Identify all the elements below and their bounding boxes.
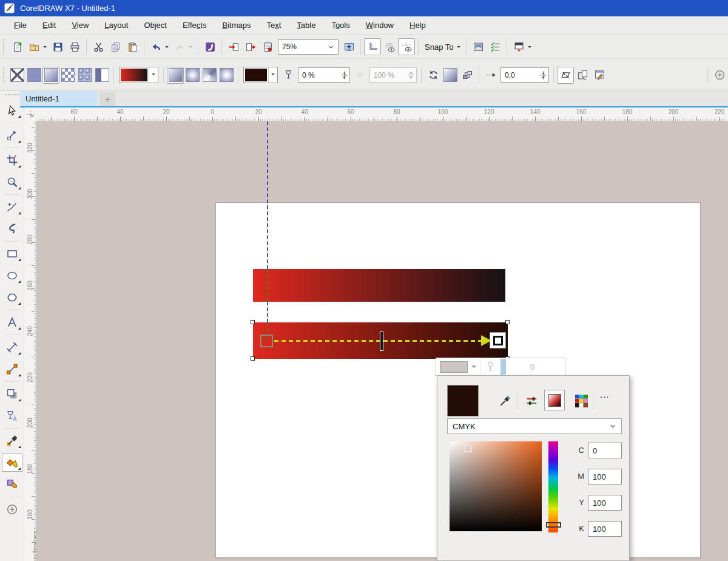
rectangular-fountain-fill-button[interactable] <box>218 67 235 84</box>
zoom-tool[interactable] <box>2 173 22 191</box>
new-tab-button[interactable] <box>99 92 115 106</box>
chevron-down-icon[interactable] <box>149 67 158 83</box>
elliptical-fountain-fill-button[interactable] <box>184 67 201 84</box>
chevron-down-icon[interactable] <box>471 365 476 370</box>
parallel-dimension-tool[interactable] <box>2 338 22 356</box>
color-eyedropper-tool[interactable] <box>2 432 22 450</box>
horizontal-ruler[interactable]: 604020020406080100120140160180200220 <box>36 107 728 121</box>
cut-button[interactable] <box>90 38 107 55</box>
menu-text[interactable]: Text <box>258 18 289 32</box>
search-content-button[interactable] <box>201 38 218 55</box>
customize-button[interactable] <box>487 38 504 55</box>
edit-fill-button[interactable] <box>591 67 608 84</box>
vertical-ruler[interactable]: 320300280260240220200180160millimeters <box>24 121 36 561</box>
ruler-origin-button[interactable] <box>24 107 36 121</box>
chevron-down-icon[interactable] <box>165 46 169 50</box>
guideline-segment[interactable] <box>267 302 268 322</box>
copy-button[interactable] <box>107 38 124 55</box>
guideline-segment[interactable] <box>267 269 268 302</box>
snap-to-button[interactable]: Snap To <box>422 40 456 54</box>
polygon-tool[interactable] <box>2 288 22 307</box>
menu-effects[interactable]: Effects <box>175 18 215 32</box>
channel-value-field[interactable]: 100 <box>588 469 622 484</box>
conical-fountain-fill-button[interactable] <box>201 67 218 84</box>
zoom-level-combo[interactable]: 75% <box>278 39 339 55</box>
menu-view[interactable]: View <box>64 18 96 32</box>
repeat-mirror-button[interactable] <box>425 67 442 84</box>
menu-file[interactable]: File <box>6 18 35 32</box>
shape-tool[interactable] <box>2 126 22 144</box>
chevron-down-icon[interactable] <box>189 46 192 50</box>
quick-customize-button[interactable] <box>711 67 728 84</box>
interactive-fill-tool[interactable] <box>2 454 22 472</box>
channel-value-field[interactable]: 0 <box>588 443 622 458</box>
guideline-segment[interactable] <box>267 121 268 269</box>
new-document-button[interactable] <box>8 38 25 55</box>
fill-winding-button[interactable] <box>442 67 459 84</box>
application-launcher-button[interactable] <box>510 38 527 55</box>
crop-tool[interactable] <box>2 151 22 169</box>
chevron-down-icon[interactable] <box>528 46 531 50</box>
fountain-fill-button[interactable] <box>42 67 59 84</box>
selection-handle-top-left[interactable] <box>251 320 255 324</box>
node-color-swatch-button[interactable] <box>440 361 468 373</box>
color-palettes-icon[interactable] <box>572 392 590 410</box>
artistic-media-tool[interactable] <box>2 220 22 238</box>
chevron-down-icon[interactable] <box>457 46 460 50</box>
node-transparency-slider[interactable] <box>500 359 506 375</box>
pattern-fill-button[interactable] <box>59 67 76 84</box>
rectangle-tool[interactable] <box>2 245 22 263</box>
document-tab-untitled-1[interactable]: Untitled-1 <box>20 91 98 106</box>
fountain-fill-start-node[interactable] <box>260 335 273 347</box>
color-sliders-icon[interactable] <box>522 392 541 410</box>
color-viewers-icon[interactable] <box>544 390 565 410</box>
menu-tools[interactable]: Tools <box>323 18 357 32</box>
postscript-fill-button[interactable] <box>93 67 110 84</box>
eyedropper-icon[interactable] <box>496 392 514 410</box>
undo-button[interactable] <box>147 38 164 55</box>
smart-fill-tool[interactable] <box>2 475 22 494</box>
fountain-fill-vector-line[interactable] <box>274 340 481 342</box>
import-button[interactable] <box>225 38 242 55</box>
save-button[interactable] <box>49 38 66 55</box>
ellipse-tool[interactable] <box>2 267 22 285</box>
node-color-picker[interactable] <box>243 67 278 83</box>
menu-help[interactable]: Help <box>402 18 434 32</box>
freehand-tool[interactable] <box>2 198 22 216</box>
transparency-tool[interactable] <box>2 407 22 425</box>
pick-tool[interactable] <box>2 101 22 120</box>
node-transparency-value[interactable]: 0 <box>530 362 534 372</box>
selection-handle-bottom-left[interactable] <box>251 356 255 361</box>
show-rulers-button[interactable] <box>364 38 381 55</box>
show-guidelines-button[interactable] <box>398 38 415 55</box>
menu-object[interactable]: Object <box>136 18 175 32</box>
uniform-fill-button[interactable] <box>25 67 42 84</box>
toolbox-drag-handle[interactable] <box>5 94 19 98</box>
channel-value-field[interactable]: 100 <box>588 495 622 511</box>
node-transparency-spinner[interactable]: 0 % <box>298 67 350 83</box>
channel-value-field[interactable]: 100 <box>588 521 622 537</box>
acceleration-spinner[interactable]: 0,0 <box>500 67 549 83</box>
fill-picker[interactable] <box>119 67 158 83</box>
selection-handle-top-right[interactable] <box>505 320 510 324</box>
menu-table[interactable]: Table <box>289 18 323 32</box>
text-tool[interactable] <box>2 313 22 332</box>
toolbar-drag-handle[interactable] <box>3 67 5 83</box>
more-options-button[interactable]: ... <box>600 389 610 399</box>
no-fill-button[interactable] <box>8 67 25 84</box>
gradient-rectangle-top[interactable] <box>253 269 505 302</box>
customize-toolbox-button[interactable] <box>2 500 22 518</box>
options-button[interactable] <box>470 38 487 55</box>
export-button[interactable] <box>242 38 259 55</box>
redo-button[interactable] <box>171 38 188 55</box>
free-scale-skew-button[interactable] <box>557 67 574 84</box>
menu-edit[interactable]: Edit <box>35 18 64 32</box>
fountain-fill-end-node[interactable] <box>490 332 506 348</box>
linear-fountain-fill-button[interactable] <box>167 67 184 84</box>
copy-fill-properties-button[interactable] <box>574 67 591 84</box>
texture-fill-button[interactable] <box>76 67 93 84</box>
show-grid-button[interactable] <box>381 38 398 55</box>
menu-bitmaps[interactable]: Bitmaps <box>214 18 258 32</box>
print-button[interactable] <box>66 38 83 55</box>
open-button[interactable] <box>25 38 42 55</box>
